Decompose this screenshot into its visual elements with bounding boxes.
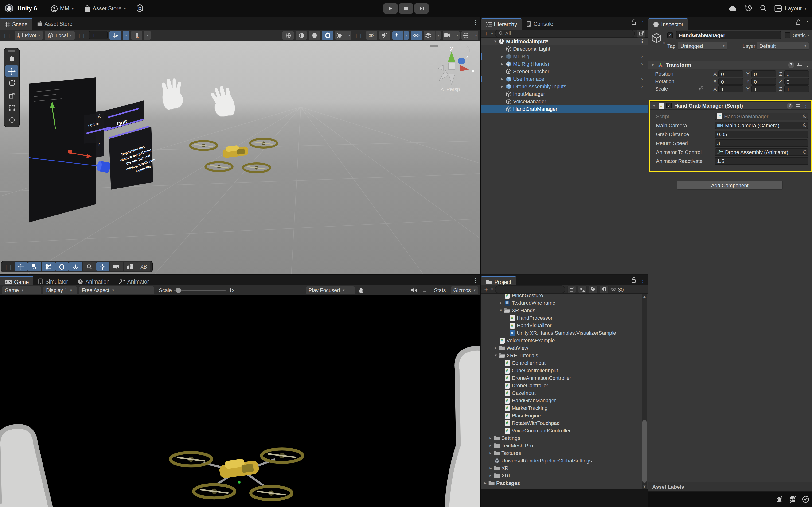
kebab-icon[interactable]: ⋮ xyxy=(803,102,809,109)
account-menu[interactable]: MM▾ xyxy=(51,5,73,12)
foldout-icon[interactable]: ▾ xyxy=(493,352,498,359)
xb-overlay-button[interactable]: XB xyxy=(137,262,150,271)
aspect-dropdown[interactable]: Free Aspect▾ xyxy=(79,286,154,294)
scale-y-field[interactable]: 1 xyxy=(752,85,776,92)
hierarchy-item[interactable]: VoiceManager xyxy=(481,98,648,105)
gizmos-toggle-dropdown[interactable]: Gizmos▾ xyxy=(450,286,478,294)
project-item[interactable]: #RotateWithTouchpad xyxy=(481,419,648,427)
camera-overlay-button[interactable] xyxy=(110,262,123,271)
asset-labels-bar[interactable]: Asset Labels xyxy=(649,482,812,492)
tab-hierarchy[interactable]: Hierarchy xyxy=(481,18,522,30)
position-x-field[interactable]: 0 xyxy=(719,70,744,77)
project-item[interactable]: #PlaceEngine xyxy=(481,412,648,419)
effects-dropdown[interactable]: ▾ xyxy=(392,31,409,40)
properties-overlay-button[interactable] xyxy=(28,262,41,271)
project-item[interactable]: ▸Settings xyxy=(481,434,648,442)
active-checkbox[interactable]: ✓ xyxy=(667,33,673,38)
debugger-disabled-icon[interactable] xyxy=(772,492,786,507)
foldout-icon[interactable]: ▸ xyxy=(500,82,505,90)
project-item[interactable]: ▸WebView xyxy=(481,344,648,352)
rotation-z-field[interactable]: 0 xyxy=(784,78,809,85)
scale-slider[interactable] xyxy=(173,289,225,291)
help-icon[interactable]: ? xyxy=(786,103,793,109)
help-icon[interactable]: ? xyxy=(788,62,794,68)
project-item[interactable]: ▸TextMesh Pro xyxy=(481,442,648,449)
foldout-icon[interactable]: ▾ xyxy=(499,306,503,314)
object-reference-field[interactable]: Drone Assembly (Animator)⊙ xyxy=(715,148,808,156)
hierarchy-item[interactable]: InputManager xyxy=(481,90,648,98)
project-search-input[interactable] xyxy=(500,287,567,292)
lock-icon[interactable] xyxy=(796,19,801,26)
hierarchy-item[interactable]: ▸ML Rig› xyxy=(481,53,648,60)
project-item[interactable]: ▸XR xyxy=(481,464,648,472)
gizmos-dropdown[interactable]: ▾ xyxy=(461,31,478,40)
play-mode-dropdown[interactable]: Play Focused▾ xyxy=(306,286,355,294)
static-checkbox[interactable] xyxy=(785,33,791,38)
project-item[interactable]: ▾XRE Tutorials xyxy=(481,352,648,359)
foldout-icon[interactable]: ▸ xyxy=(488,472,493,479)
scene-lighting-button[interactable] xyxy=(322,31,333,40)
move-tool-button[interactable] xyxy=(5,65,18,77)
play-button[interactable] xyxy=(384,3,398,14)
view-tool-button[interactable] xyxy=(5,53,18,65)
display-dropdown[interactable]: Display 1▾ xyxy=(43,286,77,294)
project-item[interactable]: ▾XR Hands xyxy=(481,306,648,314)
project-scrollbar[interactable]: ▲ ▼ xyxy=(642,294,647,489)
lock-icon[interactable] xyxy=(631,277,636,284)
drag-handle[interactable] xyxy=(8,50,15,52)
filter-by-type-icon[interactable] xyxy=(578,285,587,293)
filter-by-label-icon[interactable] xyxy=(589,285,598,293)
hierarchy-search-input[interactable] xyxy=(505,31,631,36)
value-field[interactable]: 3 xyxy=(715,139,808,147)
project-item[interactable]: ▸XRI xyxy=(481,472,648,479)
project-item[interactable]: #DroneController xyxy=(481,382,648,389)
shaded-mode-button[interactable] xyxy=(296,31,307,40)
kebab-icon[interactable]: ⋮ xyxy=(805,61,810,68)
layers-dropdown[interactable]: ▾ xyxy=(424,31,441,40)
scene-audio-dropdown[interactable]: ▾ xyxy=(335,31,352,40)
foldout-icon[interactable]: ▸ xyxy=(483,479,488,487)
debug-bug-button[interactable] xyxy=(356,286,365,294)
project-item[interactable]: #MarkerTracking xyxy=(481,404,648,412)
value-field[interactable]: 0.05 xyxy=(715,130,808,138)
foldout-icon[interactable]: ▾ xyxy=(493,38,498,45)
cloud-icon[interactable] xyxy=(728,5,737,12)
project-item[interactable]: ▸Packages xyxy=(481,479,648,487)
rotate-tool-button[interactable] xyxy=(5,77,18,89)
virtual-keyboard-button[interactable] xyxy=(420,286,429,294)
project-item[interactable]: ◆Unity.XR.Hands.Samples.VisualizerSample xyxy=(481,329,648,337)
add-asset-dropdown[interactable]: ▾ xyxy=(491,287,493,291)
hierarchy-item[interactable]: ▸UserInterface› xyxy=(481,75,648,82)
camera-view-dropdown[interactable]: ▾ xyxy=(443,31,460,40)
search-icon[interactable] xyxy=(760,4,767,12)
hierarchy-item[interactable]: ▸ML Rig (Hands)› xyxy=(481,60,648,68)
transform-header[interactable]: ▾ Transform ? ⋮ xyxy=(649,61,812,69)
move-overlay-button[interactable] xyxy=(14,262,28,271)
foldout-icon[interactable]: ▸ xyxy=(500,60,505,68)
project-item[interactable]: #VoiceIntentsExample xyxy=(481,337,648,344)
picker-window-icon[interactable] xyxy=(567,285,576,293)
foldout-icon[interactable]: ▸ xyxy=(493,344,498,352)
scale-x-field[interactable]: 1 xyxy=(719,85,744,92)
project-item[interactable]: #HandProcessor xyxy=(481,314,648,322)
picker-window-icon[interactable] xyxy=(637,30,646,37)
project-item[interactable]: UniversalRenderPipelineGlobalSettings xyxy=(481,457,648,464)
rect-tool-button[interactable] xyxy=(5,102,18,114)
audio-toggle-button[interactable] xyxy=(379,31,391,40)
foldout-icon[interactable]: ▸ xyxy=(488,434,493,442)
solid-mode-button[interactable] xyxy=(309,31,320,40)
component-enabled-checkbox[interactable]: ✓ xyxy=(666,103,672,108)
pivot-dropdown[interactable]: Pivot▾ xyxy=(14,31,43,40)
random-overlay-button[interactable] xyxy=(69,262,82,271)
tab-inspector[interactable]: Inspector xyxy=(649,18,688,30)
grid-snap-overlay-button[interactable] xyxy=(42,262,55,271)
foldout-icon[interactable]: ▸ xyxy=(488,449,493,457)
foldout-icon[interactable]: ▸ xyxy=(499,299,503,306)
grid-axis-dropdown[interactable]: ▾ xyxy=(123,31,130,40)
step-button[interactable] xyxy=(414,3,428,14)
asset-store-menu[interactable]: Asset Store▾ xyxy=(84,5,126,12)
show-children-icon[interactable]: › xyxy=(641,82,643,90)
show-children-icon[interactable]: › xyxy=(641,53,643,60)
scene-viewport[interactable]: Scenes X Quit ∧ Reposition this window b… xyxy=(0,41,480,274)
drag-handle[interactable]: ❘❘ xyxy=(354,33,363,38)
